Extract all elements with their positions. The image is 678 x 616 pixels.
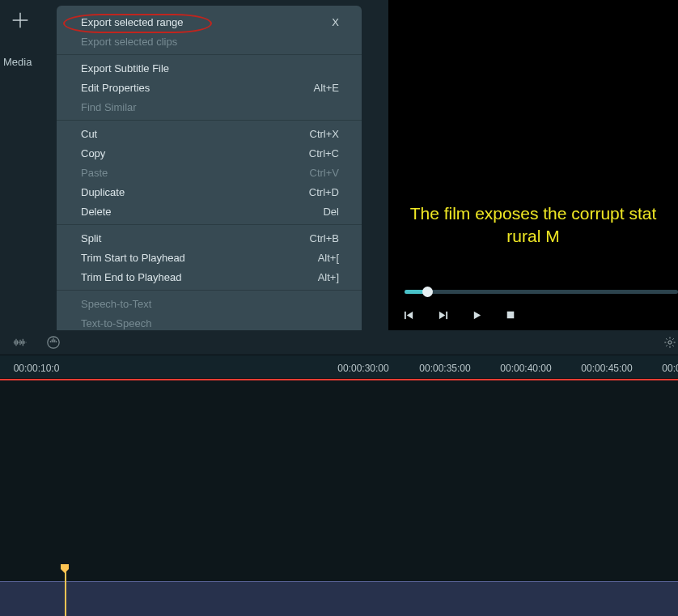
audio-adjust-icon[interactable]	[45, 336, 61, 349]
stop-icon	[506, 310, 515, 320]
playback-slider[interactable]	[405, 283, 678, 300]
time-label: 00:00:45:00	[581, 363, 632, 374]
time-label: 00:00:10:0	[14, 363, 60, 374]
media-label: Media	[0, 54, 35, 70]
menu-duplicate[interactable]: DuplicateCtrl+D	[57, 182, 362, 202]
menu-separator	[57, 290, 362, 291]
menu-speech-to-text: Speech-to-Text	[57, 294, 362, 313]
stop-button[interactable]	[505, 309, 516, 321]
menu-export-selected-range[interactable]: Export selected range X	[57, 12, 362, 32]
import-media-button[interactable]	[4, 4, 36, 36]
slider-knob[interactable]	[422, 287, 433, 297]
step-back-icon	[404, 310, 414, 321]
svg-rect-0	[404, 311, 405, 318]
menu-trim-start[interactable]: Trim Start to PlayheadAlt+[	[57, 248, 362, 267]
menu-delete[interactable]: DeleteDel	[57, 202, 362, 221]
timeline-panel: 00:00:10:0 00:00:30:00 00:00:35:00 00:00…	[0, 355, 678, 616]
time-label: 00:0	[662, 363, 678, 374]
menu-separator	[57, 54, 362, 55]
step-back-button[interactable]	[403, 309, 414, 321]
step-forward-button[interactable]	[437, 309, 448, 321]
ruler-indicator-line	[0, 379, 678, 380]
plus-icon	[9, 9, 32, 32]
menu-export-subtitle-file[interactable]: Export Subtitle File	[57, 58, 362, 78]
svg-rect-2	[507, 312, 515, 319]
svg-rect-1	[446, 311, 447, 318]
time-label: 00:00:30:00	[337, 363, 388, 374]
menu-export-selected-clips: Export selected clips	[57, 32, 362, 51]
menu-find-similar: Find Similar	[57, 97, 362, 117]
preview-subtitle: The film exposes the corrupt stat rural …	[388, 202, 678, 248]
slider-track	[405, 290, 678, 294]
svg-point-4	[668, 341, 672, 344]
gear-icon	[663, 336, 676, 349]
menu-trim-end[interactable]: Trim End to PlayheadAlt+]	[57, 267, 362, 287]
settings-button[interactable]	[663, 336, 676, 349]
menu-separator	[57, 224, 362, 225]
timeline-clip[interactable]	[0, 581, 678, 616]
time-label: 00:00:35:00	[419, 363, 470, 374]
menu-separator	[57, 120, 362, 121]
playhead-line	[65, 571, 66, 616]
tracks-area[interactable]	[0, 379, 678, 616]
play-icon	[472, 310, 482, 321]
timeline-ruler[interactable]: 00:00:10:0 00:00:30:00 00:00:35:00 00:00…	[0, 355, 678, 379]
menu-copy[interactable]: CopyCtrl+C	[57, 143, 362, 163]
menu-cut[interactable]: CutCtrl+X	[57, 124, 362, 143]
time-label: 00:00:40:00	[500, 363, 551, 374]
step-forward-icon	[438, 310, 448, 321]
menu-split[interactable]: SplitCtrl+B	[57, 228, 362, 248]
menu-edit-properties[interactable]: Edit Properties Alt+E	[57, 78, 362, 97]
menu-paste: PasteCtrl+V	[57, 163, 362, 182]
preview-panel: The film exposes the corrupt stat rural …	[388, 0, 678, 330]
play-button[interactable]	[471, 309, 482, 321]
toolbar-row	[0, 330, 678, 355]
waveform-icon[interactable]	[12, 336, 28, 349]
